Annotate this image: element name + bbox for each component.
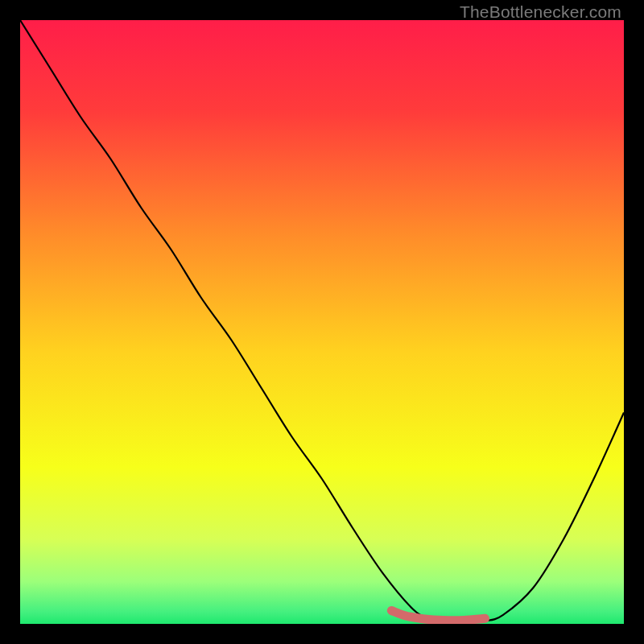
chart-frame: TheBottlenecker.com bbox=[0, 0, 644, 644]
watermark-text: TheBottlenecker.com bbox=[460, 2, 621, 22]
gradient-background bbox=[20, 20, 624, 624]
chart-plot-area bbox=[20, 20, 624, 624]
chart-svg bbox=[20, 20, 624, 624]
